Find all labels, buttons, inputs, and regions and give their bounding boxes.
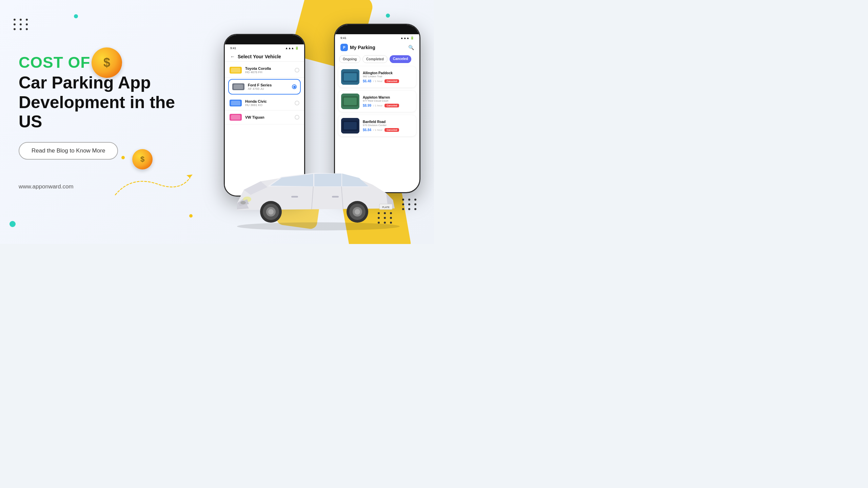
- car-image: PLATE: [217, 149, 413, 234]
- phone1-title: Select Your Vehicle: [238, 54, 281, 59]
- svg-rect-9: [344, 122, 357, 129]
- parking-logo: P My Parking: [340, 44, 375, 51]
- phone2-icons: ▲▲▲ 🔋: [400, 36, 414, 40]
- vehicle-name: Ford F Series: [248, 83, 292, 87]
- teal-dot-1: [74, 14, 78, 18]
- vehicle-item[interactable]: Honda Civic HU 3691 KO: [225, 96, 304, 110]
- main-title-line1: Car Parking App: [19, 73, 151, 92]
- svg-point-18: [355, 209, 360, 215]
- parking-item[interactable]: Banfield Road 970 Division Center $6.84 …: [338, 115, 416, 136]
- parking-list: Allington Paddock 982 Linden Trail $6.48…: [335, 65, 419, 141]
- tab-completed[interactable]: Completed: [362, 55, 388, 63]
- left-content: COST OF Car Parking App Development in t…: [0, 54, 176, 190]
- vehicle-name: VW Tiguan: [245, 115, 295, 119]
- parking-name: Banfield Road: [363, 120, 413, 124]
- tab-bar: Ongoing Completed Canceled: [335, 53, 419, 65]
- parking-thumb-3: [341, 118, 359, 134]
- parking-price: $6.48: [363, 79, 371, 83]
- banner: $ $ COST OF Car Parking App Development …: [0, 0, 434, 244]
- phone1-time: 9:41: [230, 46, 236, 50]
- search-icon[interactable]: 🔍: [408, 45, 414, 50]
- parking-info-3: Banfield Road 970 Division Center $6.84 …: [363, 120, 413, 132]
- cta-button[interactable]: Read the Blog to Know More: [19, 142, 118, 160]
- vehicle-name: Honda Civic: [245, 99, 295, 103]
- parking-info-2: Appleton Warren 977 Red Cloud Court $8.9…: [363, 96, 413, 107]
- logo-letter: P: [343, 46, 346, 49]
- parking-name: Allington Paddock: [363, 71, 413, 75]
- main-title: Car Parking App Development in the US: [19, 73, 176, 132]
- svg-point-14: [268, 209, 274, 215]
- svg-rect-3: [344, 73, 357, 81]
- vehicle-icon-honda: [230, 100, 242, 106]
- phone1-header: ← Select Your Vehicle: [225, 51, 304, 62]
- vehicle-info-ford: Ford F Series AF 4793 JU: [248, 83, 292, 90]
- svg-text:PLATE: PLATE: [382, 206, 390, 208]
- vehicle-info-vw: VW Tiguan: [245, 115, 295, 119]
- vehicle-info-toyota: Toyota Corolla HG 4676 FH: [245, 66, 295, 74]
- cost-of-label: COST OF: [19, 54, 176, 71]
- canceled-badge: Canceled: [384, 128, 399, 132]
- vehicle-list: Toyota Corolla HG 4676 FH Ford F Series …: [225, 62, 304, 126]
- phone1-icons: ▲▲▲ 🔋: [285, 46, 299, 50]
- phones-area: 9:41 ▲▲▲ 🔋 ← Select Your Vehicle Toyota: [176, 0, 434, 244]
- website-url: www.apponward.com: [19, 183, 176, 190]
- parking-addr: 977 Red Cloud Court: [363, 99, 413, 102]
- vehicle-item-selected[interactable]: Ford F Series AF 4793 JU: [228, 79, 301, 95]
- dot-grid-top-left: [14, 19, 29, 30]
- parking-addr: 982 Linden Trail: [363, 75, 413, 78]
- main-title-line2: Development in the US: [19, 93, 175, 131]
- svg-point-10: [237, 222, 400, 230]
- parking-info-1: Allington Paddock 982 Linden Trail $6.48…: [363, 71, 413, 83]
- parking-title: My Parking: [350, 45, 375, 50]
- vehicle-plate: HU 3691 KO: [245, 103, 295, 107]
- phone2-status-bar: 9:41 ▲▲▲ 🔋: [335, 34, 419, 41]
- svg-rect-6: [344, 98, 357, 105]
- svg-rect-23: [291, 196, 298, 198]
- vehicle-name: Toyota Corolla: [245, 66, 295, 70]
- vehicle-plate: AF 4793 JU: [248, 87, 292, 90]
- phone1-status-bar: 9:41 ▲▲▲ 🔋: [225, 44, 304, 51]
- svg-point-20: [240, 201, 246, 204]
- price-row: $6.48 / 1 hour Canceled: [363, 79, 413, 83]
- vehicle-info-honda: Honda Civic HU 3691 KO: [245, 99, 295, 107]
- radio-vw[interactable]: [295, 115, 299, 120]
- vehicle-item[interactable]: VW Tiguan: [225, 110, 304, 124]
- parking-name: Appleton Warren: [363, 96, 413, 99]
- parking-header: P My Parking 🔍: [335, 41, 419, 53]
- vehicle-item[interactable]: Toyota Corolla HG 4676 FH: [225, 63, 304, 78]
- parking-rate: / 1 hour: [373, 128, 382, 131]
- parking-thumb-2: [341, 94, 359, 109]
- parking-item[interactable]: Appleton Warren 977 Red Cloud Court $8.9…: [338, 91, 416, 112]
- price-row: $6.84 / 1 hour Canceled: [363, 128, 413, 132]
- teal-dot-2: [9, 221, 16, 227]
- canceled-badge: Canceled: [384, 79, 399, 83]
- canceled-badge: Canceled: [384, 104, 399, 107]
- tab-ongoing[interactable]: Ongoing: [339, 55, 360, 63]
- vehicle-icon-ford: [232, 83, 244, 90]
- phone2-time: 9:41: [340, 36, 347, 40]
- price-row: $8.99 / 1 hour Canceled: [363, 104, 413, 107]
- vehicle-plate: HG 4676 FH: [245, 70, 295, 74]
- parking-rate: / 1 hour: [373, 104, 382, 107]
- radio-toyota[interactable]: [295, 68, 299, 73]
- parking-thumb-1: [341, 69, 359, 85]
- svg-rect-24: [332, 196, 339, 198]
- radio-ford[interactable]: [292, 84, 297, 89]
- radio-honda[interactable]: [295, 101, 299, 105]
- parking-logo-icon: P: [340, 44, 348, 51]
- parking-price: $6.84: [363, 128, 371, 132]
- parking-price: $8.99: [363, 104, 371, 107]
- parking-item[interactable]: Allington Paddock 982 Linden Trail $6.48…: [338, 66, 416, 87]
- parking-addr: 970 Division Center: [363, 124, 413, 127]
- parking-rate: / 1 hour: [373, 80, 382, 83]
- vehicle-icon-vw: [230, 114, 242, 121]
- tab-canceled[interactable]: Canceled: [390, 55, 411, 63]
- back-arrow-icon[interactable]: ←: [230, 54, 235, 59]
- vehicle-icon-toyota: [230, 67, 242, 74]
